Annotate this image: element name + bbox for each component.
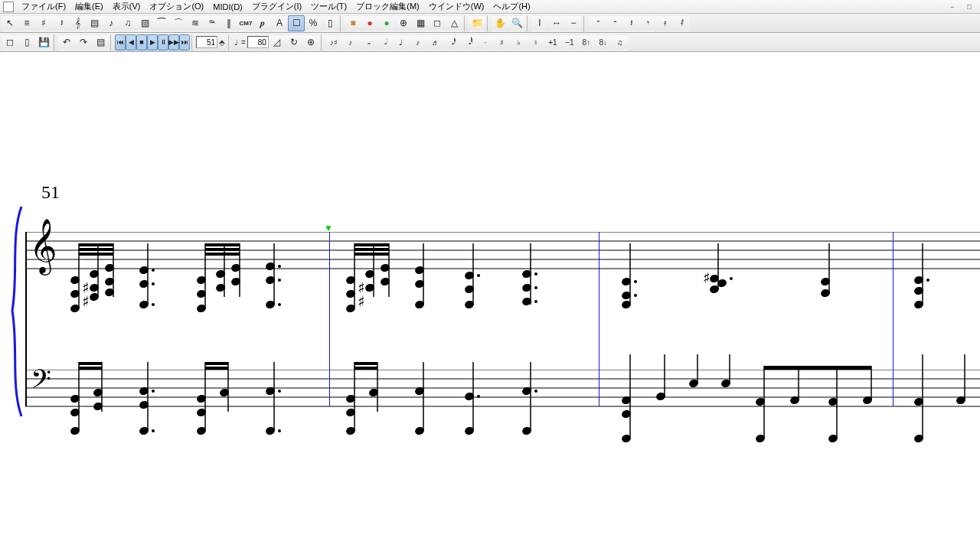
wide-button[interactable]: ↔ — [548, 15, 565, 31]
svg-rect-56 — [354, 253, 389, 256]
percent-button[interactable]: % — [305, 15, 322, 31]
toolbar-separator — [583, 15, 586, 31]
tie-button[interactable]: ⁀ — [153, 15, 170, 31]
shape1-button[interactable]: ◻ — [429, 15, 446, 31]
half-button[interactable]: 𝅗𝅥 — [376, 34, 393, 51]
color3-button[interactable]: ● — [378, 15, 395, 31]
menu-window[interactable]: ウインドウ(W) — [424, 0, 489, 13]
svg-rect-163 — [764, 366, 871, 370]
r4-button[interactable]: 𝄽 — [622, 15, 639, 31]
quarter-button[interactable]: ♩ — [393, 34, 410, 51]
minimize-button[interactable]: − — [945, 2, 960, 11]
dot-button[interactable]: · — [477, 34, 494, 51]
r8-button[interactable]: 𝄾 — [639, 15, 655, 31]
eighth-button[interactable]: ♪ — [410, 34, 426, 51]
hand-button[interactable]: ✋ — [492, 15, 508, 31]
menu-plugin[interactable]: プラグイン(I) — [247, 0, 306, 13]
r32-button[interactable]: 𝅀 — [672, 15, 689, 31]
natural-button[interactable]: ♮ — [528, 34, 544, 51]
zoom-button[interactable]: 🔍 — [508, 15, 525, 31]
layout-button[interactable]: ▤ — [86, 15, 103, 31]
menu-file[interactable]: ファイル(F) — [17, 0, 70, 13]
transport-play-button[interactable]: ▶ — [147, 34, 158, 51]
transport-rewind-button[interactable]: ⏮ — [115, 34, 126, 51]
menu-help[interactable]: ヘルプ(H) — [488, 0, 534, 13]
n16-button[interactable]: ♬ — [426, 34, 443, 51]
note-button[interactable]: ♪ — [103, 15, 119, 31]
svg-rect-35 — [205, 248, 240, 251]
toolbar-separator — [321, 34, 324, 51]
redo-button[interactable]: ↷ — [75, 34, 92, 51]
svg-point-96 — [730, 277, 733, 280]
r2-button[interactable]: 𝄼 — [605, 15, 622, 31]
list-button[interactable]: ▤ — [92, 34, 109, 51]
new-button[interactable]: ◻ — [2, 34, 18, 51]
octup-button[interactable]: 8↑ — [578, 34, 595, 51]
rest-button[interactable]: 𝄽 — [52, 15, 69, 31]
grace-button[interactable]: ♫ — [119, 15, 136, 31]
grid-button[interactable]: ▦ — [412, 15, 429, 31]
tempo-note-icon: ♩ — [233, 38, 240, 47]
maximize-button[interactable]: □ — [962, 2, 977, 11]
repeat-button[interactable]: ‖ — [220, 15, 237, 31]
menu-view[interactable]: 表示(V) — [108, 0, 145, 13]
r1-button[interactable]: 𝄻 — [588, 15, 605, 31]
slur-button[interactable]: ⌒ — [170, 15, 187, 31]
n32-button[interactable]: 𝅘𝅥𝅰 — [443, 34, 460, 51]
ibeam-button[interactable]: I — [531, 15, 548, 31]
color2-button[interactable]: ● — [361, 15, 378, 31]
pointer-button[interactable]: ↖ — [2, 15, 18, 31]
undo-button[interactable]: ↶ — [58, 34, 75, 51]
globe-button[interactable]: ⊕ — [395, 15, 412, 31]
pedal-button[interactable]: 𝆮 — [204, 15, 220, 31]
r16-button[interactable]: 𝄿 — [655, 15, 672, 31]
svg-rect-120 — [205, 362, 228, 365]
save-button[interactable]: 💾 — [35, 34, 52, 51]
measure-field[interactable] — [196, 36, 217, 48]
sharp-button[interactable]: ♯ — [494, 34, 511, 51]
menu-options[interactable]: オプション(O) — [145, 0, 208, 13]
staff-button[interactable]: ≡ — [18, 15, 35, 31]
text-button[interactable]: A — [271, 15, 288, 31]
metro-button[interactable]: ◿ — [269, 34, 286, 51]
stack-button[interactable]: ▧ — [136, 15, 153, 31]
shape2-button[interactable]: △ — [446, 15, 462, 31]
menu-tool[interactable]: ツール(T) — [306, 0, 351, 13]
transport-end-button[interactable]: ⏭ — [179, 34, 190, 51]
svg-point-52 — [278, 279, 281, 282]
enharm-button[interactable]: ♪♯ — [325, 34, 342, 51]
tempo-field[interactable] — [247, 36, 269, 48]
trem-button[interactable]: ≋ — [187, 15, 204, 31]
minus1-button[interactable]: −1 — [561, 34, 578, 51]
clef-button[interactable]: 𝄞 — [69, 15, 86, 31]
whole-button[interactable]: 𝅝 — [359, 34, 376, 51]
chord-button[interactable]: CM7 — [237, 15, 254, 31]
open-button[interactable]: ▯ — [18, 34, 35, 51]
svg-rect-36 — [205, 253, 240, 256]
flat-button[interactable]: ♭ — [511, 34, 528, 51]
staff2-button[interactable]: ♯ — [35, 15, 52, 31]
n64-button[interactable]: 𝅘𝅥𝅱 — [460, 34, 477, 51]
device-button[interactable]: ⊕ — [302, 34, 319, 51]
folder-button[interactable]: 📁 — [469, 15, 485, 31]
score-canvas[interactable]: 51 𝄞 𝄢 ▼ — [0, 52, 980, 551]
loop-button[interactable]: ↻ — [286, 34, 302, 51]
color1-button[interactable]: ■ — [345, 15, 361, 31]
dynamic-button[interactable]: 𝆏 — [254, 15, 271, 31]
beam-button[interactable]: ♫ — [612, 34, 629, 51]
octdn-button[interactable]: 8↓ — [595, 34, 612, 51]
transport-pause-button[interactable]: ⏸ — [158, 34, 168, 51]
box-button[interactable]: ☐ — [288, 15, 305, 31]
page-button[interactable]: ▯ — [322, 15, 338, 31]
plus1-button[interactable]: +1 — [544, 34, 561, 51]
voice-button[interactable]: ♪ — [342, 34, 359, 51]
measure-number: 51 — [41, 182, 60, 203]
menu-edit[interactable]: 編集(E) — [70, 0, 108, 13]
transport-stop-button[interactable]: ■ — [136, 34, 147, 51]
narrow-button[interactable]: − — [565, 15, 582, 31]
transport-back-button[interactable]: ◀ — [126, 34, 136, 51]
menu-midi[interactable]: MIDI(D) — [208, 2, 247, 12]
transport-fwd-button[interactable]: ▶▶ — [168, 34, 179, 51]
menubar: ファイル(F) 編集(E) 表示(V) オプション(O) MIDI(D) プラグ… — [0, 0, 980, 14]
menu-block[interactable]: ブロック編集(M) — [351, 0, 424, 13]
